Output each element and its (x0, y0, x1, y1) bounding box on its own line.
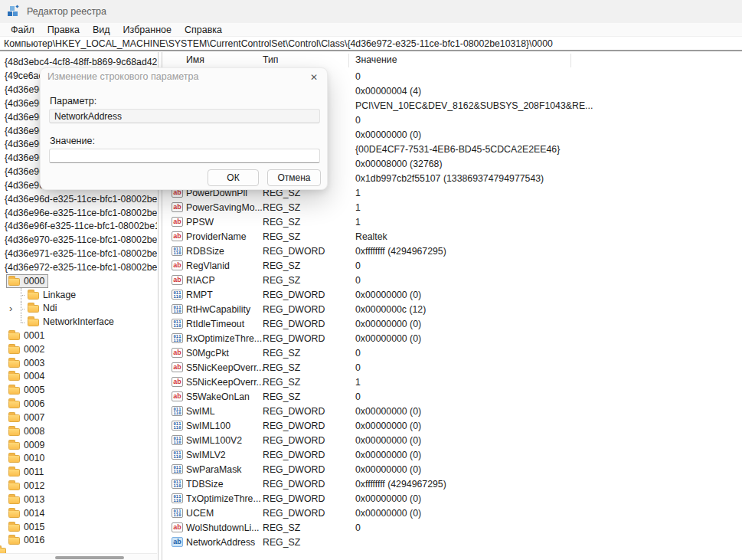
registry-value-row[interactable]: S5WakeOnLanREG_SZ0 (162, 390, 742, 404)
tree-item-label: 0012 (24, 480, 44, 491)
folder-icon (8, 496, 20, 504)
tree-item-0012[interactable]: 0012 (0, 480, 157, 493)
value-type: REG_DWORD (263, 477, 325, 492)
tree-item-0009[interactable]: 0009 (0, 438, 157, 452)
registry-value-row[interactable]: S0MgcPktREG_SZ0 (162, 346, 742, 361)
param-name-field[interactable] (49, 109, 320, 123)
value-type: REG_SZ (263, 230, 300, 244)
folder-icon (8, 360, 20, 368)
value-type: REG_DWORD (263, 303, 325, 317)
registry-value-row[interactable]: S5NicKeepOverr...REG_SZ1 (162, 375, 742, 390)
column-header-name[interactable]: Имя (186, 54, 204, 65)
column-header-value[interactable]: Значение (355, 54, 397, 65)
tree-item-0010[interactable]: 0010 (0, 452, 157, 466)
address-bar[interactable]: Компьютер\HKEY_LOCAL_MACHINE\SYSTEM\Curr… (0, 38, 742, 50)
registry-value-row[interactable]: S5NicKeepOverr...REG_SZ0 (162, 361, 742, 375)
registry-value-row[interactable]: ProviderNameREG_SZRealtek (162, 230, 742, 244)
registry-value-row[interactable]: SwIML100V2REG_DWORD0x00000000 (0) (162, 434, 742, 448)
value-name: S5NicKeepOverr... (186, 375, 264, 390)
ok-button[interactable]: ОК (208, 169, 259, 186)
tree-item-0011[interactable]: 0011 (0, 466, 157, 480)
registry-value-row[interactable]: SwIMLREG_DWORD0x00000000 (0) (162, 404, 742, 419)
reg-dword-icon (172, 450, 183, 460)
tree-item-4d36e972e32511[interactable]: {4d36e972-e325-11ce-bfc1-08002be1 (0, 260, 157, 274)
folder-icon (8, 483, 20, 490)
param-label: Параметр: (50, 96, 96, 106)
panel-top-separator (0, 50, 742, 51)
tree-item-0001[interactable]: 0001 (0, 329, 157, 343)
registry-value-row[interactable]: RtHwCapabilityREG_DWORD0x0000000c (12) (162, 303, 742, 317)
menu-item-3[interactable]: Избранное (123, 25, 172, 35)
registry-value-row[interactable]: SwIMLV2REG_DWORD0x00000000 (0) (162, 448, 742, 463)
tree-item-0008[interactable]: 0008 (0, 424, 157, 438)
tree-item-4d36e96de32511[interactable]: {4d36e96d-e325-11ce-bfc1-08002be1 (0, 192, 157, 206)
menu-item-1[interactable]: Правка (47, 25, 80, 35)
window-title: Редактор реестра (27, 6, 106, 17)
tree-item-0005[interactable]: 0005 (0, 384, 157, 398)
tree-item-label: 0014 (24, 508, 44, 519)
registry-value-row[interactable]: RxOptimizeThre...REG_DWORD0x00000000 (0) (162, 332, 742, 346)
tree-item-label: {4d36e96e-e325-11ce-bfc1-08002be1 (5, 208, 157, 218)
tree-item-0013[interactable]: 0013 (0, 493, 157, 507)
tree-item-Ndi[interactable]: ›Ndi (0, 302, 157, 316)
menu-item-4[interactable]: Справка (185, 25, 222, 35)
registry-value-row[interactable]: NetworkAddressREG_SZ (162, 535, 742, 550)
registry-value-row[interactable]: SwParaMaskREG_DWORD0x00000000 (0) (162, 463, 742, 477)
tree-item-4d36e96fe32511[interactable]: {4d36e96f-e325-11ce-bfc1-08002be10 (0, 220, 157, 234)
tree-item-label: 0002 (24, 344, 44, 355)
value-name: PPSW (186, 215, 214, 230)
tree-item-label: 0015 (24, 522, 44, 532)
registry-value-row[interactable]: RtIdleTimeoutREG_DWORD0x00000000 (0) (162, 317, 742, 332)
tree-item-4d36e971e32511[interactable]: {4d36e971-e325-11ce-bfc1-08002be1 (0, 247, 157, 261)
reg-sz-icon (172, 202, 183, 212)
tree-item-NetworkInterfa[interactable]: NetworkInterface (0, 316, 157, 329)
tree-item-0007[interactable]: 0007 (0, 411, 157, 425)
value-data: 0xffffffff (4294967295) (355, 477, 446, 492)
registry-value-row[interactable]: TxOptimizeThre...REG_DWORD0x00000000 (0) (162, 492, 742, 506)
tree-item-0004[interactable]: 0004 (0, 370, 157, 384)
tree-item-0006[interactable]: 0006 (0, 398, 157, 411)
reg-dword-icon (172, 508, 183, 518)
column-separator[interactable] (570, 54, 571, 67)
registry-value-row[interactable]: PPSWREG_SZ1 (162, 215, 742, 230)
registry-value-row[interactable]: RegVlanidREG_SZ0 (162, 259, 742, 273)
horizontal-scrollbar-thumb[interactable] (55, 556, 124, 559)
chevron-right-icon[interactable]: › (9, 302, 12, 316)
tree-item-0015[interactable]: 0015 (0, 520, 157, 534)
value-name: ProviderName (186, 230, 247, 244)
tree-item-label: {4d36e972-e325-11ce-bfc1-08002be1 (5, 262, 157, 273)
menu-item-2[interactable]: Вид (93, 25, 110, 35)
tree-item-0003[interactable]: 0003 (0, 356, 157, 370)
value-input-field[interactable] (49, 149, 320, 163)
cancel-button[interactable]: Отмена (267, 169, 321, 186)
registry-value-row[interactable]: RIACPREG_SZ0 (162, 273, 742, 288)
registry-value-row[interactable]: TDBSizeREG_DWORD0xffffffff (4294967295) (162, 477, 742, 492)
tree-item-0016[interactable]: 0016 (0, 534, 157, 548)
menu-item-0[interactable]: Файл (11, 25, 34, 35)
folder-icon (0, 548, 6, 553)
tree-item-4d36e970e32511[interactable]: {4d36e970-e325-11ce-bfc1-08002be1 (0, 234, 157, 247)
registry-value-row[interactable]: WolShutdownLi...REG_SZ0 (162, 521, 742, 535)
tree-item-inner: 0012 (6, 480, 48, 493)
folder-icon (8, 510, 20, 518)
column-header-type[interactable]: Тип (263, 54, 279, 65)
registry-value-row[interactable]: RMPTREG_DWORD0x00000000 (0) (162, 288, 742, 303)
tree-item-4d36e96ee32511[interactable]: {4d36e96e-e325-11ce-bfc1-08002be1 (0, 206, 157, 220)
value-name: SwIML100 (186, 419, 230, 434)
tree-horizontal-scrollbar[interactable] (0, 553, 157, 560)
close-icon[interactable] (307, 70, 321, 84)
value-name: UCEM (186, 506, 214, 521)
tree-item-Linkage[interactable]: Linkage (0, 288, 157, 302)
reg-dword-icon (172, 479, 183, 489)
registry-value-row[interactable]: PowerSavingMo...REG_SZ1 (162, 201, 742, 215)
registry-value-row[interactable]: UCEMREG_DWORD0x00000000 (0) (162, 506, 742, 521)
tree-item-0014[interactable]: 0014 (0, 506, 157, 520)
tree-item-0000[interactable]: 0000 (0, 274, 157, 288)
value-type: REG_DWORD (263, 419, 325, 434)
tree-item-0002[interactable]: 0002 (0, 342, 157, 356)
value-name: SwIMLV2 (186, 448, 226, 463)
column-separator[interactable] (348, 54, 349, 67)
registry-value-row[interactable]: RDBSizeREG_DWORD0xffffffff (4294967295) (162, 244, 742, 259)
registry-value-row[interactable]: SwIML100REG_DWORD0x00000000 (0) (162, 419, 742, 434)
folder-icon (8, 469, 20, 476)
